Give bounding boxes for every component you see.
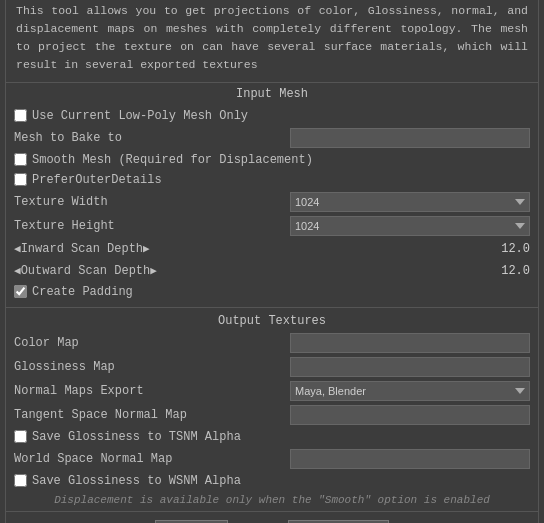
input-form: Use Current Low-Poly Mesh Only Mesh to B… [6,104,538,304]
inward-scan-value: 12.0 [490,242,530,256]
prefer-outer-details-row: PreferOuterDetails [14,170,530,190]
tangent-space-normal-map-input[interactable] [290,405,530,425]
glossiness-map-row: Glossiness Map [14,355,530,379]
smooth-mesh-checkbox[interactable] [14,153,27,166]
texture-width-row: Texture Width 1024 512 2048 4096 [14,190,530,214]
normal-maps-export-row: Normal Maps Export Maya, Blender DirectX… [14,379,530,403]
glossiness-map-label: Glossiness Map [14,360,115,374]
save-glossiness-wsnm-row: Save Glossiness to WSNM Alpha [14,471,530,491]
use-current-low-poly-label: Use Current Low-Poly Mesh Only [32,109,248,123]
smooth-mesh-label: Smooth Mesh (Required for Displacement) [32,153,313,167]
outward-arrow-right: ▶ [150,264,157,277]
displacement-info: Displacement is available only when the … [14,491,530,509]
mesh-to-bake-label: Mesh to Bake to [14,131,122,145]
save-glossiness-wsnm-label: Save Glossiness to WSNM Alpha [32,474,241,488]
tangent-space-normal-map-row: Tangent Space Normal Map [14,403,530,427]
input-section-header: Input Mesh [6,83,538,104]
inward-scan-label: Inward Scan Depth [21,242,143,256]
color-map-input[interactable] [290,333,530,353]
world-space-normal-map-input[interactable] [290,449,530,469]
tangent-space-normal-map-label: Tangent Space Normal Map [14,408,187,422]
use-current-low-poly-checkbox[interactable] [14,109,27,122]
cancel-button[interactable]: Cancel [288,520,389,523]
texture-width-label: Texture Width [14,195,108,209]
description-text: This tool allows you to get projections … [6,0,538,83]
outward-scan-depth-row: ◀ Outward Scan Depth ▶ 12.0 [14,260,530,282]
inward-arrow-left: ◀ [14,242,21,255]
texture-baking-dialog: Texture Baking Tool This tool allows you… [5,0,539,523]
save-glossiness-wsnm-checkbox[interactable] [14,474,27,487]
create-padding-checkbox[interactable] [14,285,27,298]
output-textures-section: Output Textures Color Map Glossiness Map… [6,308,538,511]
color-map-row: Color Map [14,331,530,355]
world-space-normal-map-row: World Space Normal Map [14,447,530,471]
texture-height-dropdown[interactable]: 1024 512 2048 4096 [290,216,530,236]
outward-arrow-left: ◀ [14,264,21,277]
prefer-outer-details-checkbox[interactable] [14,173,27,186]
ok-button[interactable]: Ok [155,520,227,523]
mesh-to-bake-row: Mesh to Bake to [14,126,530,150]
save-glossiness-tsnm-label: Save Glossiness to TSNM Alpha [32,430,241,444]
outward-scan-value: 12.0 [490,264,530,278]
prefer-outer-details-label: PreferOuterDetails [32,173,162,187]
inward-arrow-right: ▶ [143,242,150,255]
use-current-low-poly-row: Use Current Low-Poly Mesh Only [14,106,530,126]
world-space-normal-map-label: World Space Normal Map [14,452,172,466]
normal-maps-export-label: Normal Maps Export [14,384,144,398]
output-section-header: Output Textures [14,310,530,331]
button-row: Ok Cancel [6,511,538,523]
save-glossiness-tsnm-row: Save Glossiness to TSNM Alpha [14,427,530,447]
glossiness-map-input[interactable] [290,357,530,377]
outward-scan-label: Outward Scan Depth [21,264,151,278]
input-mesh-section: Input Mesh Use Current Low-Poly Mesh Onl… [6,83,538,308]
texture-width-dropdown[interactable]: 1024 512 2048 4096 [290,192,530,212]
save-glossiness-tsnm-checkbox[interactable] [14,430,27,443]
create-padding-label: Create Padding [32,285,133,299]
texture-height-label: Texture Height [14,219,115,233]
create-padding-row: Create Padding [14,282,530,302]
color-map-label: Color Map [14,336,79,350]
mesh-to-bake-input[interactable] [290,128,530,148]
inward-scan-depth-row: ◀ Inward Scan Depth ▶ 12.0 [14,238,530,260]
smooth-mesh-row: Smooth Mesh (Required for Displacement) [14,150,530,170]
texture-height-row: Texture Height 1024 512 2048 4096 [14,214,530,238]
normal-maps-export-dropdown[interactable]: Maya, Blender DirectX OpenGL [290,381,530,401]
